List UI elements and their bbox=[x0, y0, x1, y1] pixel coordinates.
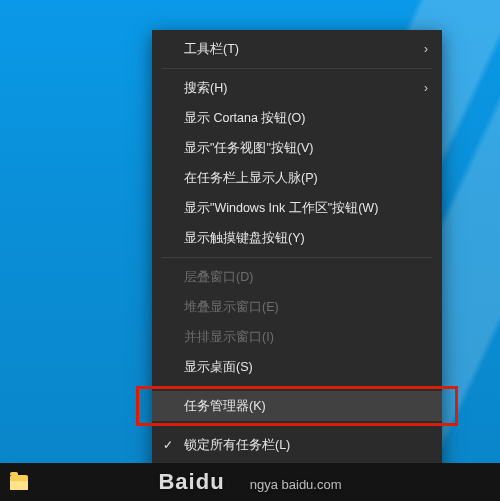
menu-item[interactable]: ✓锁定所有任务栏(L) bbox=[152, 430, 442, 460]
menu-item-label: 工具栏(T) bbox=[184, 41, 239, 58]
menu-separator bbox=[162, 386, 432, 387]
menu-separator bbox=[162, 68, 432, 69]
taskbar-context-menu: 工具栏(T)›搜索(H)›显示 Cortana 按钮(O)显示"任务视图"按钮(… bbox=[152, 30, 442, 494]
check-icon: ✓ bbox=[163, 438, 173, 452]
menu-item[interactable]: 工具栏(T)› bbox=[152, 34, 442, 64]
menu-item-label: 显示"任务视图"按钮(V) bbox=[184, 140, 314, 157]
menu-item-label: 并排显示窗口(I) bbox=[184, 329, 274, 346]
menu-item[interactable]: 显示"任务视图"按钮(V) bbox=[152, 133, 442, 163]
menu-item[interactable]: 显示"Windows Ink 工作区"按钮(W) bbox=[152, 193, 442, 223]
menu-item-label: 锁定所有任务栏(L) bbox=[184, 437, 290, 454]
menu-item-label: 显示 Cortana 按钮(O) bbox=[184, 110, 305, 127]
menu-item-label: 在任务栏上显示人脉(P) bbox=[184, 170, 318, 187]
menu-item[interactable]: 显示触摸键盘按钮(Y) bbox=[152, 223, 442, 253]
menu-separator bbox=[162, 257, 432, 258]
file-explorer-icon[interactable] bbox=[10, 475, 28, 490]
chevron-right-icon: › bbox=[424, 42, 428, 56]
menu-item[interactable]: 显示 Cortana 按钮(O) bbox=[152, 103, 442, 133]
menu-item-label: 堆叠显示窗口(E) bbox=[184, 299, 279, 316]
desktop[interactable]: 工具栏(T)›搜索(H)›显示 Cortana 按钮(O)显示"任务视图"按钮(… bbox=[0, 0, 500, 501]
menu-item-label: 显示触摸键盘按钮(Y) bbox=[184, 230, 305, 247]
menu-separator bbox=[162, 425, 432, 426]
menu-item-label: 任务管理器(K) bbox=[184, 398, 266, 415]
menu-item[interactable]: 显示桌面(S) bbox=[152, 352, 442, 382]
menu-item: 堆叠显示窗口(E) bbox=[152, 292, 442, 322]
menu-item-label: 搜索(H) bbox=[184, 80, 227, 97]
taskbar-left bbox=[0, 475, 28, 490]
menu-item-label: 显示"Windows Ink 工作区"按钮(W) bbox=[184, 200, 378, 217]
menu-item[interactable]: 任务管理器(K) bbox=[152, 391, 442, 421]
menu-item[interactable]: 在任务栏上显示人脉(P) bbox=[152, 163, 442, 193]
menu-item: 并排显示窗口(I) bbox=[152, 322, 442, 352]
taskbar[interactable] bbox=[0, 463, 500, 501]
menu-item: 层叠窗口(D) bbox=[152, 262, 442, 292]
menu-item-label: 层叠窗口(D) bbox=[184, 269, 253, 286]
menu-item[interactable]: 搜索(H)› bbox=[152, 73, 442, 103]
chevron-right-icon: › bbox=[424, 81, 428, 95]
menu-item-label: 显示桌面(S) bbox=[184, 359, 253, 376]
